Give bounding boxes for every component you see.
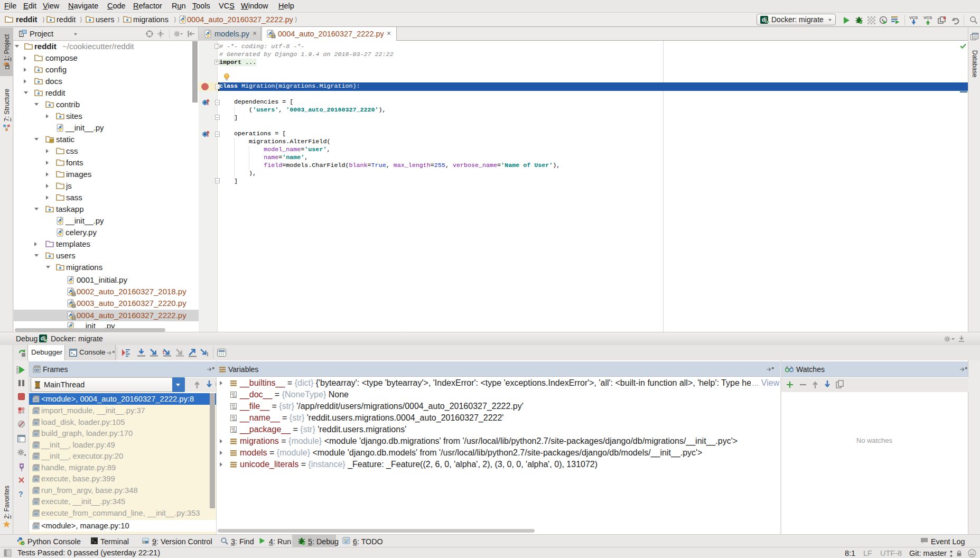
svg-text:VCS: VCS	[909, 15, 918, 20]
svg-text:VCS: VCS	[923, 15, 932, 20]
svg-text:I: I	[207, 351, 209, 357]
